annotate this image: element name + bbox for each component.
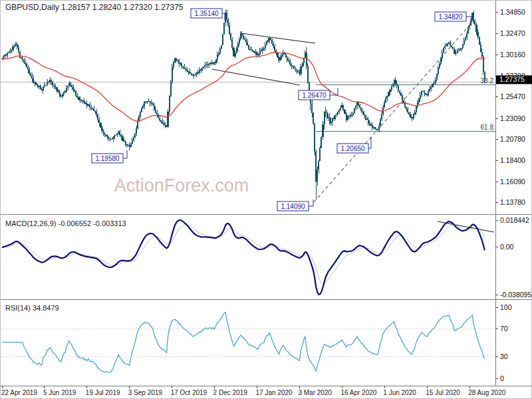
- price-callout: 1.19580: [92, 150, 127, 163]
- price-axis-label: 1.20780: [500, 135, 525, 143]
- price-callout: 1.14090: [277, 200, 313, 211]
- date-axis-label: 22 Apr 2019: [1, 389, 37, 396]
- price-axis-label: 1.32470: [500, 29, 525, 37]
- rsi-pane: [0, 313, 495, 372]
- fib-level-label: 38.2: [481, 77, 494, 84]
- price-callout: 1.20650: [337, 137, 371, 153]
- date-axis-label: 17 Oct 2019: [171, 389, 207, 396]
- macd-axis-label: -0.038095: [500, 291, 531, 299]
- price-axis-label: 1.18400: [500, 156, 525, 164]
- rsi-axis-label: 30: [500, 352, 508, 360]
- date-axis-label: 28 Aug 2020: [468, 389, 506, 396]
- price-pane: 38.261.8: [0, 9, 495, 202]
- callout-connector: [123, 150, 127, 158]
- price-callout: 1.35140: [191, 9, 225, 21]
- price-callout: 1.26470: [299, 88, 338, 100]
- macd-axis-label: 0.018442: [500, 216, 529, 224]
- date-axis-label: 5 Jun 2019: [43, 389, 76, 396]
- fib-level-label: 61.8: [481, 124, 494, 131]
- gbpusd-daily-chart: ActionForex.com 38.261.8 1.351401.348201…: [0, 0, 532, 399]
- channel-trendline: [241, 33, 315, 43]
- chart-title-ohlc: GBPUSD,Daily 1.28157 1.28240 1.27320 1.2…: [5, 3, 184, 12]
- price-axis-label: 1.34850: [500, 8, 525, 16]
- date-axis-label: 3 Mar 2020: [298, 389, 332, 396]
- price-axis-label: 1.16090: [500, 178, 525, 186]
- rsi-axis-label: 70: [500, 325, 508, 332]
- ema55-line: [2, 53, 485, 121]
- dashed-trendline: [314, 20, 474, 202]
- callout-price-label: 1.34820: [438, 13, 463, 21]
- callout-price-label: 1.35140: [194, 10, 219, 17]
- callout-price-label: 1.14090: [281, 203, 305, 210]
- axes-layer: 1.351401.348201.264701.195801.206501.140…: [0, 0, 532, 399]
- rsi-line: [2, 313, 485, 372]
- callout-price-label: 1.19580: [95, 155, 120, 162]
- watermark: ActionForex.com: [114, 176, 249, 196]
- price-axis-label: 1.30160: [500, 51, 525, 59]
- date-axis-label: 17 Jan 2020: [256, 389, 293, 396]
- date-axis-label: 1 Jun 2020: [383, 389, 416, 396]
- rsi-axis-label: 100: [500, 303, 512, 311]
- date-axis-label: 2 Dec 2019: [213, 389, 248, 396]
- chart-outer-border: [1, 1, 532, 399]
- macd-signal-line: [2, 225, 485, 285]
- forex-chart-window: ActionForex.com 38.261.8 1.351401.348201…: [0, 0, 532, 399]
- price-axis-label: 1.25470: [500, 92, 525, 100]
- rsi-axis-label: 0: [500, 374, 504, 382]
- callout-price-label: 1.20650: [340, 145, 365, 152]
- rsi-indicator-title: RSI(14) 34.8479: [5, 304, 59, 312]
- price-axis-label: 1.23090: [500, 114, 525, 122]
- macd-main-line: [2, 220, 485, 295]
- price-axis-label: 1.13780: [500, 198, 525, 206]
- date-axis-label: 19 Jul 2019: [86, 389, 120, 396]
- callout-connector: [309, 200, 313, 206]
- macd-pane: [2, 220, 494, 295]
- price-callout: 1.34820: [435, 12, 471, 23]
- callout-price-label: 1.26470: [302, 92, 327, 99]
- macd-axis-label: 0.00: [500, 243, 514, 251]
- date-axis-label: 15 Jul 2020: [426, 389, 460, 396]
- current-price-label: 1.27375: [499, 75, 525, 83]
- macd-indicator-title: MACD(12,26,9) -0.006552 -0.003313: [5, 219, 126, 227]
- date-axis-label: 3 Sep 2019: [128, 389, 163, 396]
- candlestick-bodies: [2, 13, 485, 182]
- date-axis-label: 16 Apr 2020: [340, 389, 376, 396]
- callout-connector: [222, 13, 225, 21]
